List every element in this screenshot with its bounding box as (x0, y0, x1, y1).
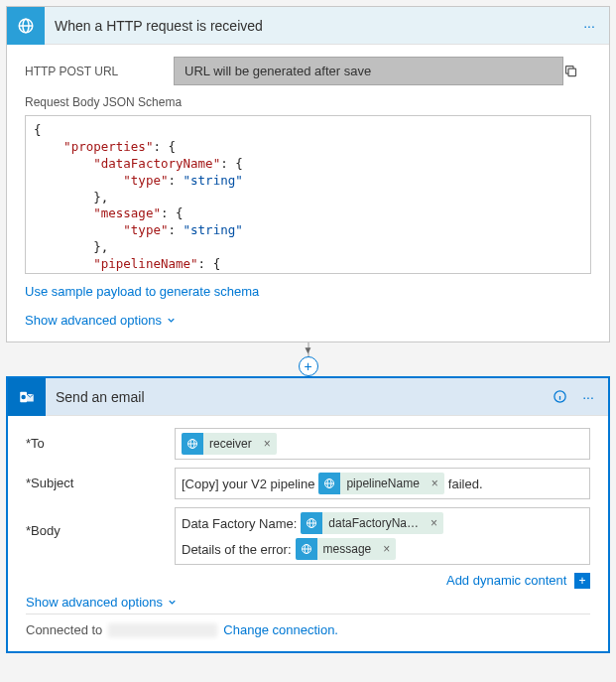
action-menu-icon[interactable]: ··· (576, 389, 600, 405)
token-remove-icon[interactable]: × (377, 542, 396, 556)
to-label: *To (26, 428, 175, 460)
globe-icon (318, 473, 340, 494)
globe-icon (182, 433, 203, 455)
globe-icon (296, 538, 317, 560)
add-step-button[interactable]: + (299, 356, 318, 376)
change-connection-link[interactable]: Change connection. (223, 622, 338, 637)
token-receiver[interactable]: receiver × (182, 433, 277, 455)
body-label: *Body (26, 507, 175, 565)
arrow-down-icon: ▼ (304, 344, 313, 355)
token-remove-icon[interactable]: × (425, 516, 443, 530)
trigger-show-advanced[interactable]: Show advanced options (25, 313, 177, 328)
action-header[interactable]: Send an email ··· (8, 378, 608, 416)
trigger-title: When a HTTP request is received (45, 18, 577, 34)
trigger-card: When a HTTP request is received ··· HTTP… (6, 6, 610, 342)
svg-point-4 (21, 394, 26, 399)
connector: ▼ + (6, 342, 610, 376)
outlook-icon (8, 378, 46, 416)
connection-name (108, 623, 217, 637)
add-dynamic-content-link[interactable]: Add dynamic content (446, 573, 566, 588)
plus-icon[interactable]: + (574, 573, 590, 589)
svg-rect-2 (568, 68, 576, 76)
trigger-menu-icon[interactable]: ··· (577, 18, 601, 34)
action-show-advanced[interactable]: Show advanced options (26, 595, 178, 610)
schema-label: Request Body JSON Schema (25, 95, 591, 109)
action-title: Send an email (46, 389, 553, 405)
token-pipelinename[interactable]: pipelineName × (318, 473, 443, 494)
token-datafactoryname[interactable]: dataFactoryNa… × (301, 512, 443, 534)
chevron-down-icon (166, 315, 177, 326)
token-message[interactable]: message × (296, 538, 397, 560)
url-field: URL will be generated after save (174, 57, 563, 85)
url-label: HTTP POST URL (25, 65, 174, 78)
globe-icon (301, 512, 322, 534)
connection-footer: Connected to Change connection. (26, 614, 590, 637)
subject-label: *Subject (26, 468, 175, 499)
action-info-icon[interactable] (553, 389, 576, 404)
chevron-down-icon (167, 597, 178, 608)
action-card: Send an email ··· *To receiver × *Subjec… (6, 376, 610, 653)
token-remove-icon[interactable]: × (426, 477, 444, 490)
http-icon (7, 7, 45, 45)
body-input[interactable]: Data Factory Name: dataFactoryNa… × Deta… (175, 507, 590, 565)
subject-input[interactable]: [Copy] your V2 pipeline pipelineName × f… (175, 468, 590, 499)
trigger-header[interactable]: When a HTTP request is received ··· (7, 7, 609, 45)
sample-payload-link[interactable]: Use sample payload to generate schema (25, 284, 259, 299)
copy-icon[interactable] (563, 64, 591, 78)
token-remove-icon[interactable]: × (258, 437, 277, 451)
schema-textarea[interactable]: { "properties": { "dataFactoryName": { "… (25, 115, 591, 274)
to-input[interactable]: receiver × (175, 428, 590, 460)
